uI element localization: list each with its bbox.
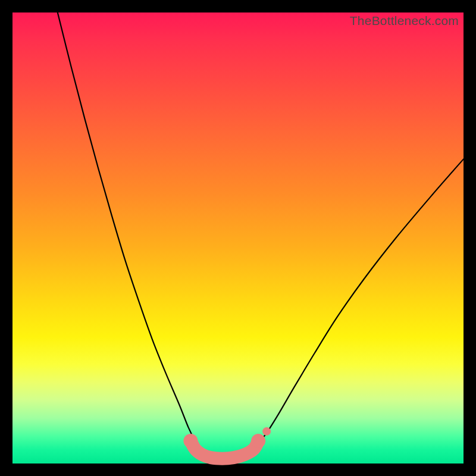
connector-endpoint — [183, 434, 198, 448]
plot-area: TheBottleneck.com — [12, 12, 464, 464]
connector-dot — [262, 427, 271, 436]
curve-layer — [12, 12, 464, 464]
connector-endpoint — [251, 434, 265, 448]
left-curve — [58, 12, 200, 447]
right-curve — [256, 159, 464, 447]
chart-frame: TheBottleneck.com — [0, 0, 476, 476]
connector-segment — [190, 441, 258, 459]
